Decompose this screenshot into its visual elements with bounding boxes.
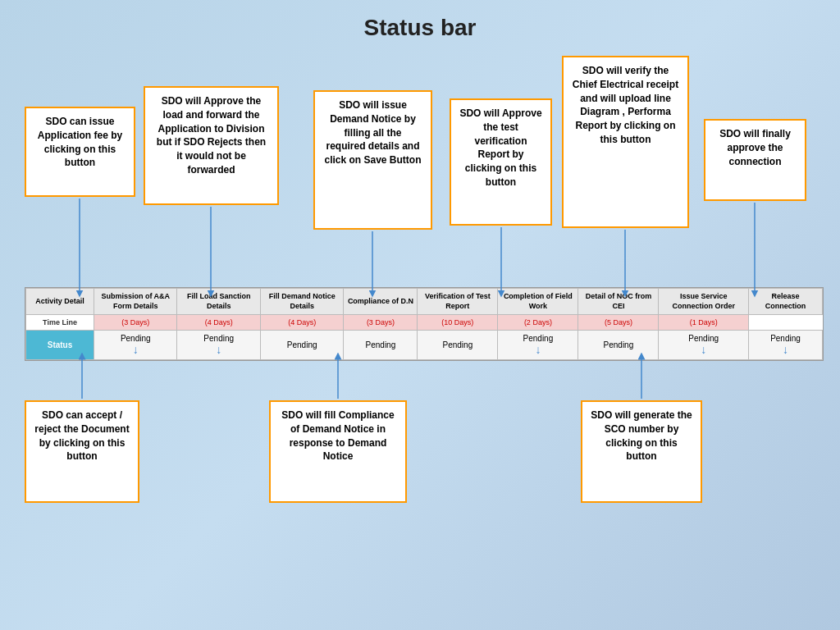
- timeline-demand: (4 Days): [260, 315, 343, 331]
- tooltip-generate-sco: SDO will generate the SCO number by clic…: [581, 400, 702, 503]
- timeline-verification: (10 Days): [418, 315, 498, 331]
- timeline-compliance: (3 Days): [344, 315, 418, 331]
- col-header-submission: Submission of A&A Form Details: [94, 289, 177, 315]
- col-header-verification: Verification of Test Report: [418, 289, 498, 315]
- status-verification[interactable]: Pending: [418, 331, 498, 360]
- status-service[interactable]: Pending↓: [659, 331, 749, 360]
- timeline-load: (4 Days): [177, 315, 260, 331]
- tooltip-verify-chief: SDO will verify the Chief Electrical rec…: [562, 56, 689, 228]
- status-field[interactable]: Pending↓: [498, 331, 578, 360]
- status-compliance[interactable]: Pending: [344, 331, 418, 360]
- status-submission[interactable]: Pending↓: [94, 331, 177, 360]
- timeline-noc: (5 Days): [578, 315, 659, 331]
- tooltip-fill-compliance: SDO will fill Compliance of Demand Notic…: [269, 400, 407, 503]
- tooltip-approve-load: SDO will Approve the load and forward th…: [144, 86, 279, 205]
- tooltip-demand-notice: SDO will issue Demand Notice by filling …: [313, 90, 432, 230]
- timeline-label: Time Line: [26, 315, 94, 331]
- tooltip-issue-fee: SDO can issue Application fee by clickin…: [25, 107, 135, 197]
- col-header-activity: Activity Detail: [26, 289, 94, 315]
- timeline-service: (1 Days): [659, 315, 749, 331]
- col-header-compliance: Compliance of D.N: [344, 289, 418, 315]
- tooltip-accept-reject: SDO can accept / reject the Document by …: [25, 400, 139, 503]
- tooltip-final-approve: SDO will finally approve the connection: [704, 119, 806, 201]
- status-bar-table: Activity Detail Submission of A&A Form D…: [25, 287, 824, 361]
- status-noc[interactable]: Pending: [578, 331, 659, 360]
- col-header-service: Issue Service Connection Order: [659, 289, 749, 315]
- timeline-submission: (3 Days): [94, 315, 177, 331]
- tooltip-approve-test: SDO will Approve the test verification R…: [450, 98, 552, 226]
- status-demand[interactable]: Pending: [260, 331, 343, 360]
- col-header-release: Release Connection: [748, 289, 822, 315]
- status-release[interactable]: Pending↓: [748, 331, 822, 360]
- col-header-noc: Detail of NOC from CEI: [578, 289, 659, 315]
- timeline-field: (2 Days): [498, 315, 578, 331]
- col-header-load: Fill Load Sanction Details: [177, 289, 260, 315]
- col-header-demand: Fill Demand Notice Details: [260, 289, 343, 315]
- status-load[interactable]: Pending↓: [177, 331, 260, 360]
- status-label: Status: [26, 331, 94, 360]
- page-title: Status bar: [0, 0, 840, 49]
- col-header-field: Completion of Field Work: [498, 289, 578, 315]
